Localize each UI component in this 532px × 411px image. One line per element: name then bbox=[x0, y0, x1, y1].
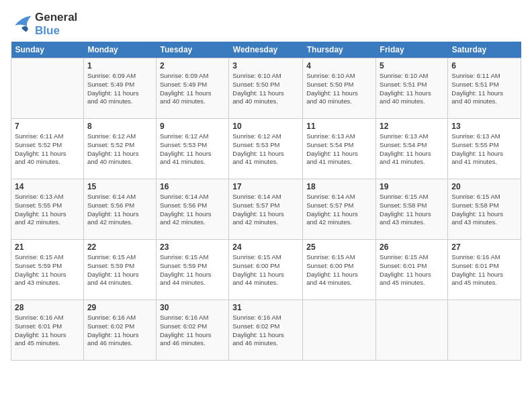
weekday-header-monday: Monday bbox=[83, 42, 156, 58]
day-info: Sunrise: 6:16 AM Sunset: 6:02 PM Dayligh… bbox=[160, 314, 225, 348]
calendar-week-4: 21Sunrise: 6:15 AM Sunset: 5:59 PM Dayli… bbox=[11, 240, 521, 300]
weekday-header-thursday: Thursday bbox=[303, 42, 376, 58]
day-number: 13 bbox=[451, 122, 517, 131]
calendar-cell: 2Sunrise: 6:09 AM Sunset: 5:49 PM Daylig… bbox=[156, 58, 228, 119]
calendar-cell bbox=[376, 300, 448, 361]
day-number: 12 bbox=[380, 122, 444, 131]
day-number: 3 bbox=[232, 61, 299, 71]
day-info: Sunrise: 6:12 AM Sunset: 5:53 PM Dayligh… bbox=[160, 132, 225, 167]
calendar-cell: 12Sunrise: 6:13 AM Sunset: 5:54 PM Dayli… bbox=[376, 119, 448, 179]
calendar-cell: 10Sunrise: 6:12 AM Sunset: 5:53 PM Dayli… bbox=[229, 119, 303, 179]
calendar-cell: 24Sunrise: 6:15 AM Sunset: 6:00 PM Dayli… bbox=[229, 240, 303, 300]
calendar-cell: 18Sunrise: 6:14 AM Sunset: 5:57 PM Dayli… bbox=[303, 179, 376, 240]
day-info: Sunrise: 6:10 AM Sunset: 5:50 PM Dayligh… bbox=[306, 72, 372, 106]
day-number: 11 bbox=[306, 122, 372, 131]
day-number: 15 bbox=[87, 182, 152, 191]
calendar-cell: 6Sunrise: 6:11 AM Sunset: 5:51 PM Daylig… bbox=[448, 58, 521, 119]
day-number: 16 bbox=[160, 182, 225, 191]
day-number: 29 bbox=[87, 303, 152, 312]
calendar-cell: 15Sunrise: 6:14 AM Sunset: 5:56 PM Dayli… bbox=[83, 179, 156, 240]
calendar-cell: 26Sunrise: 6:15 AM Sunset: 6:01 PM Dayli… bbox=[376, 240, 448, 300]
day-number: 4 bbox=[306, 61, 372, 71]
calendar-cell: 25Sunrise: 6:15 AM Sunset: 6:00 PM Dayli… bbox=[303, 240, 376, 300]
day-number: 8 bbox=[87, 122, 152, 131]
day-number: 9 bbox=[160, 122, 225, 131]
calendar-cell: 28Sunrise: 6:16 AM Sunset: 6:01 PM Dayli… bbox=[11, 300, 84, 361]
day-number: 14 bbox=[15, 182, 80, 191]
day-number: 5 bbox=[380, 61, 444, 71]
day-info: Sunrise: 6:16 AM Sunset: 6:02 PM Dayligh… bbox=[87, 314, 152, 348]
calendar-cell: 3Sunrise: 6:10 AM Sunset: 5:50 PM Daylig… bbox=[229, 58, 303, 119]
day-info: Sunrise: 6:16 AM Sunset: 6:01 PM Dayligh… bbox=[15, 314, 80, 348]
day-info: Sunrise: 6:10 AM Sunset: 5:51 PM Dayligh… bbox=[380, 72, 444, 106]
calendar-cell bbox=[448, 300, 521, 361]
day-number: 23 bbox=[160, 242, 225, 252]
day-info: Sunrise: 6:15 AM Sunset: 5:58 PM Dayligh… bbox=[451, 193, 517, 227]
weekday-header-wednesday: Wednesday bbox=[229, 42, 303, 58]
day-number: 2 bbox=[160, 61, 225, 71]
day-info: Sunrise: 6:15 AM Sunset: 5:59 PM Dayligh… bbox=[87, 253, 152, 287]
day-info: Sunrise: 6:13 AM Sunset: 5:54 PM Dayligh… bbox=[380, 132, 444, 167]
day-number: 17 bbox=[232, 182, 299, 191]
day-info: Sunrise: 6:15 AM Sunset: 5:59 PM Dayligh… bbox=[15, 253, 80, 287]
day-info: Sunrise: 6:15 AM Sunset: 6:01 PM Dayligh… bbox=[380, 253, 444, 287]
day-info: Sunrise: 6:12 AM Sunset: 5:53 PM Dayligh… bbox=[232, 132, 299, 167]
day-info: Sunrise: 6:14 AM Sunset: 5:56 PM Dayligh… bbox=[87, 193, 152, 227]
calendar-cell: 4Sunrise: 6:10 AM Sunset: 5:50 PM Daylig… bbox=[303, 58, 376, 119]
day-info: Sunrise: 6:13 AM Sunset: 5:55 PM Dayligh… bbox=[15, 193, 80, 227]
day-info: Sunrise: 6:15 AM Sunset: 5:58 PM Dayligh… bbox=[380, 193, 444, 227]
calendar-cell: 29Sunrise: 6:16 AM Sunset: 6:02 PM Dayli… bbox=[83, 300, 156, 361]
day-number: 10 bbox=[232, 122, 299, 131]
calendar-cell: 11Sunrise: 6:13 AM Sunset: 5:54 PM Dayli… bbox=[303, 119, 376, 179]
day-info: Sunrise: 6:14 AM Sunset: 5:56 PM Dayligh… bbox=[160, 193, 225, 227]
weekday-header-saturday: Saturday bbox=[448, 42, 521, 58]
day-info: Sunrise: 6:09 AM Sunset: 5:49 PM Dayligh… bbox=[160, 72, 225, 106]
header: General Blue bbox=[11, 11, 521, 38]
day-info: Sunrise: 6:14 AM Sunset: 5:57 PM Dayligh… bbox=[306, 193, 372, 227]
calendar-week-1: 1Sunrise: 6:09 AM Sunset: 5:49 PM Daylig… bbox=[11, 58, 521, 119]
day-number: 19 bbox=[380, 182, 444, 191]
logo-bird-icon bbox=[11, 15, 32, 34]
calendar-cell: 14Sunrise: 6:13 AM Sunset: 5:55 PM Dayli… bbox=[11, 179, 84, 240]
calendar-body: 1Sunrise: 6:09 AM Sunset: 5:49 PM Daylig… bbox=[11, 58, 521, 361]
calendar-header: SundayMondayTuesdayWednesdayThursdayFrid… bbox=[11, 42, 521, 58]
calendar-cell: 21Sunrise: 6:15 AM Sunset: 5:59 PM Dayli… bbox=[11, 240, 84, 300]
day-info: Sunrise: 6:13 AM Sunset: 5:54 PM Dayligh… bbox=[306, 132, 372, 167]
day-number: 26 bbox=[380, 242, 444, 252]
day-info: Sunrise: 6:12 AM Sunset: 5:52 PM Dayligh… bbox=[87, 132, 152, 167]
day-number: 22 bbox=[87, 242, 152, 252]
calendar-table: SundayMondayTuesdayWednesdayThursdayFrid… bbox=[11, 42, 521, 361]
day-number: 7 bbox=[15, 122, 80, 131]
day-info: Sunrise: 6:11 AM Sunset: 5:52 PM Dayligh… bbox=[15, 132, 80, 167]
calendar-cell: 27Sunrise: 6:16 AM Sunset: 6:01 PM Dayli… bbox=[448, 240, 521, 300]
day-number: 30 bbox=[160, 303, 225, 312]
logo-text: General Blue bbox=[35, 11, 77, 38]
day-info: Sunrise: 6:16 AM Sunset: 6:02 PM Dayligh… bbox=[232, 314, 299, 348]
day-info: Sunrise: 6:15 AM Sunset: 6:00 PM Dayligh… bbox=[306, 253, 372, 287]
calendar-cell: 22Sunrise: 6:15 AM Sunset: 5:59 PM Dayli… bbox=[83, 240, 156, 300]
calendar-cell: 1Sunrise: 6:09 AM Sunset: 5:49 PM Daylig… bbox=[83, 58, 156, 119]
calendar-cell: 5Sunrise: 6:10 AM Sunset: 5:51 PM Daylig… bbox=[376, 58, 448, 119]
day-number: 20 bbox=[451, 182, 517, 191]
logo: General Blue bbox=[11, 11, 77, 38]
day-number: 28 bbox=[15, 303, 80, 312]
day-info: Sunrise: 6:15 AM Sunset: 5:59 PM Dayligh… bbox=[160, 253, 225, 287]
calendar-week-5: 28Sunrise: 6:16 AM Sunset: 6:01 PM Dayli… bbox=[11, 300, 521, 361]
calendar-cell: 19Sunrise: 6:15 AM Sunset: 5:58 PM Dayli… bbox=[376, 179, 448, 240]
day-number: 27 bbox=[451, 242, 517, 252]
calendar-cell: 23Sunrise: 6:15 AM Sunset: 5:59 PM Dayli… bbox=[156, 240, 228, 300]
day-number: 24 bbox=[232, 242, 299, 252]
calendar-cell bbox=[11, 58, 84, 119]
calendar-cell: 13Sunrise: 6:13 AM Sunset: 5:55 PM Dayli… bbox=[448, 119, 521, 179]
calendar-cell: 8Sunrise: 6:12 AM Sunset: 5:52 PM Daylig… bbox=[83, 119, 156, 179]
calendar-cell: 7Sunrise: 6:11 AM Sunset: 5:52 PM Daylig… bbox=[11, 119, 84, 179]
day-number: 1 bbox=[87, 61, 152, 71]
calendar-cell: 30Sunrise: 6:16 AM Sunset: 6:02 PM Dayli… bbox=[156, 300, 228, 361]
calendar-cell: 20Sunrise: 6:15 AM Sunset: 5:58 PM Dayli… bbox=[448, 179, 521, 240]
day-info: Sunrise: 6:13 AM Sunset: 5:55 PM Dayligh… bbox=[451, 132, 517, 167]
weekday-header-tuesday: Tuesday bbox=[156, 42, 228, 58]
calendar-week-3: 14Sunrise: 6:13 AM Sunset: 5:55 PM Dayli… bbox=[11, 179, 521, 240]
day-number: 25 bbox=[306, 242, 372, 252]
calendar-cell: 17Sunrise: 6:14 AM Sunset: 5:57 PM Dayli… bbox=[229, 179, 303, 240]
day-info: Sunrise: 6:09 AM Sunset: 5:49 PM Dayligh… bbox=[87, 72, 152, 106]
